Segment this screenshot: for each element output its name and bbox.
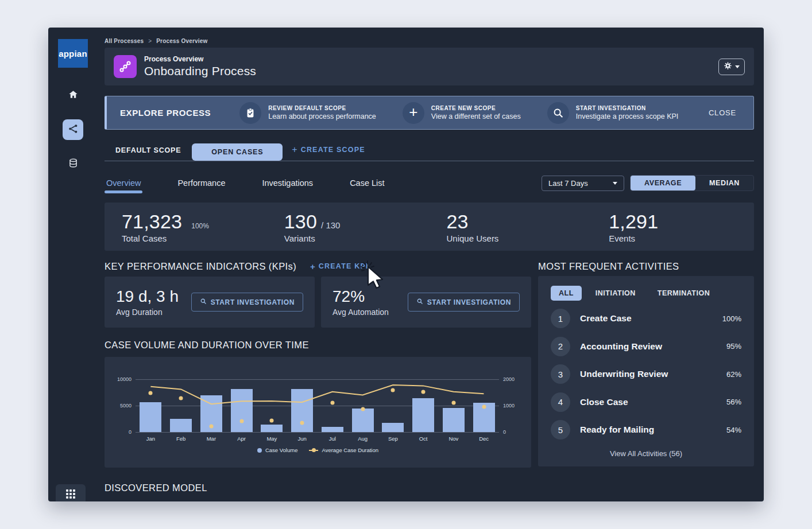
activity-percentage: 54% [726,426,741,434]
plus-icon: + [292,145,297,155]
start-investigation-action[interactable]: START INVESTIGATION Investigate a proces… [547,102,679,124]
kpi-value: 72% [332,287,389,306]
create-scope-label: CREATE SCOPE [301,146,365,154]
stat-variants: 130 / 130 Variants [267,211,430,243]
legend-label: Case Volume [265,447,298,453]
activity-name: Ready for Mailing [580,425,654,435]
stat-label: Events [609,234,754,243]
app-grid-button[interactable] [56,484,86,501]
start-investigation-button[interactable]: START INVESTIGATION [191,293,303,312]
kpi-label: Avg Automation [332,308,389,317]
breadcrumb-process-overview: Process Overview [156,38,207,44]
scope-tab-open-cases[interactable]: OPEN CASES [192,143,283,161]
app-window: appian [48,28,764,501]
scope-tab-default[interactable]: DEFAULT SCOPE [105,146,192,161]
chart-plot-area: 10000 5000 0 2000 1000 0 [136,379,499,432]
settings-menu-button[interactable] [718,59,745,75]
plus-icon: + [310,262,315,271]
kpi-card-avg-automation: 72% Avg Automation START INVESTIGATION [321,277,531,328]
sidebar-item-home[interactable] [63,85,83,106]
stat-label: Variants [284,234,430,243]
sidebar-item-process-mining[interactable] [63,119,83,140]
search-icon [416,298,423,306]
activity-rank: 3 [551,364,570,384]
breadcrumb-all-processes[interactable]: All Processes [105,38,144,44]
stat-label: Total Cases [122,234,267,243]
x-axis-tick: Dec [469,435,499,442]
gridline [136,432,499,433]
start-investigation-button[interactable]: START INVESTIGATION [408,293,520,312]
summary-stats: 71,323 100% Total Cases 130 / 130 Varian… [105,203,754,251]
x-axis-tick: Mar [196,435,227,442]
x-axis-tick: Sep [378,435,408,442]
activity-rank: 2 [551,337,570,356]
gear-icon [724,61,732,72]
right-column: MOST FREQUENT ACTIVITIES ALL INITIATION … [538,260,754,468]
activities-section-title: MOST FREQUENT ACTIVITIES [538,261,679,272]
view-all-activities-link[interactable]: View All Activities (56) [551,449,741,458]
tab-performance[interactable]: Performance [176,177,227,193]
activities-panel: ALL INITIATION TERMINATION 1 Create Case… [538,276,754,466]
activity-percentage: 100% [722,314,741,323]
x-axis-tick: Jun [287,435,318,442]
activity-rank: 4 [551,392,570,412]
activity-rank: 5 [551,420,570,439]
dashboard-columns: KEY PERFORMANCE INDICATORS (KPIs) + CREA… [105,260,754,468]
y-axis-tick-right: 1000 [503,403,515,409]
create-kpi-button[interactable]: + CREATE KPI [310,262,369,271]
view-tabs-bar: Overview Performance Investigations Case… [105,175,754,196]
tab-overview[interactable]: Overview [105,177,142,193]
activity-percentage: 56% [726,398,741,406]
close-banner-button[interactable]: CLOSE [709,108,736,117]
stat-suffix: / 130 [321,220,340,230]
action-title: START INVESTIGATION [576,105,679,111]
y-axis-tick-left: 10000 [117,376,132,382]
median-toggle[interactable]: MEDIAN [695,176,753,190]
stat-label: Unique Users [447,234,592,243]
activity-row[interactable]: 1 Create Case 100% [551,305,741,333]
filter-all[interactable]: ALL [551,286,582,301]
filter-initiation[interactable]: INITIATION [587,286,644,301]
home-icon [68,89,79,102]
action-title: CREATE NEW SCOPE [431,105,521,111]
activity-row[interactable]: 5 Ready for Mailing 54% [551,416,741,444]
line-point [330,401,334,405]
database-icon [68,158,79,171]
plus-icon: + [403,102,424,124]
stat-badge: 100% [191,222,209,230]
line-point [149,391,153,395]
aggregation-toggle: AVERAGE MEDIAN [630,175,754,191]
y-axis-tick-left: 5000 [120,403,132,409]
activity-row[interactable]: 4 Close Case 56% [551,388,741,417]
clipboard-check-icon [239,102,261,124]
search-icon [547,102,569,124]
start-investigation-label: START INVESTIGATION [427,298,511,306]
sidebar-item-data[interactable] [63,154,83,174]
filter-termination[interactable]: TERMINATION [649,286,718,301]
search-icon [200,298,207,306]
stat-unique-users: 23 Unique Users [430,211,592,243]
activity-row[interactable]: 2 Accounting Review 95% [551,333,741,361]
grid-icon [66,489,75,499]
create-new-scope-action[interactable]: + CREATE NEW SCOPE View a different set … [403,102,521,124]
tab-investigations[interactable]: Investigations [260,177,315,193]
activity-row[interactable]: 3 Underwriting Review 62% [551,360,741,388]
activity-name: Close Case [580,397,628,407]
activity-name: Create Case [580,313,632,324]
line-point [451,401,455,405]
chart-xlabels: JanFebMarAprMayJunJulAugSepOctNovDec [136,435,499,442]
create-scope-button[interactable]: + CREATE SCOPE [292,145,365,161]
date-range-select[interactable]: Last 7 Days [542,176,624,191]
line-point [391,388,395,392]
page-title: Onboarding Process [144,64,256,78]
review-default-scope-action[interactable]: REVIEW DEFAULT SCOPE Learn about process… [239,102,376,124]
legend-average-case-duration: Average Case Duration [309,447,378,453]
breadcrumb-separator: > [148,38,152,44]
page-header: Process Overview Onboarding Process [105,48,754,85]
line-point [300,421,304,425]
stat-value: 23 [447,211,469,233]
average-toggle[interactable]: AVERAGE [631,176,695,190]
line-point [209,424,213,428]
tab-case-list[interactable]: Case List [348,177,386,193]
y-axis-tick-right: 2000 [503,376,515,382]
